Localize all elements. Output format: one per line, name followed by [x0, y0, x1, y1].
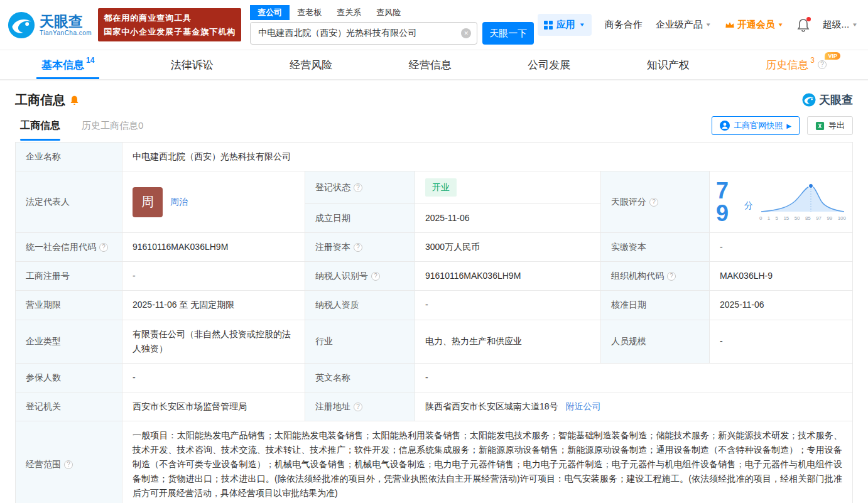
company-search-input[interactable]: [250, 22, 477, 45]
nav-business-cooperation[interactable]: 商务合作: [605, 19, 643, 31]
table-row: 营业期限 2025-11-06 至 无固定期限 纳税人资质 - 核准日期 202…: [16, 291, 853, 320]
company-type-label: 企业类型: [16, 320, 122, 363]
table-row: 经营范围 一般项目：太阳能热发电产品销售；太阳能热发电装备销售；太阳能热利用装备…: [16, 421, 853, 503]
paid-capital-label: 实缴资本: [601, 233, 710, 262]
industry-value: 电力、热力生产和供应业: [415, 320, 601, 363]
chevron-down-icon: ▼: [852, 22, 858, 28]
tab-basic-info-label: 基本信息: [41, 58, 84, 72]
approval-date-label: 核准日期: [601, 291, 710, 320]
excel-export-icon: [815, 121, 825, 131]
reg-authority-label: 登记机关: [16, 392, 122, 421]
nav-super-vip-label: 超级...: [823, 19, 850, 31]
top-header: 天眼查 TianYanCha.com 都在用的商业查询工具 国家中小企业发展子基…: [0, 0, 868, 50]
reg-number-value: -: [122, 262, 305, 291]
english-name-label: 英文名称: [305, 363, 415, 392]
notification-bell[interactable]: [797, 18, 810, 32]
tianyancha-logo-icon: [8, 11, 35, 39]
approval-date-value: 2025-11-06: [710, 291, 853, 320]
taxpayer-quality-label: 纳税人资质: [305, 291, 415, 320]
reg-authority-value: 西安市长安区市场监督管理局: [122, 392, 305, 421]
legal-rep-value: 周 周治: [122, 171, 305, 233]
org-code-value: MAK036LH-9: [710, 262, 853, 291]
search-tabs: 查公司 查老板 查关系 查风险: [250, 5, 534, 20]
taxpayer-quality-value: -: [415, 291, 601, 320]
notification-dot: [806, 17, 811, 21]
subtab-business-info[interactable]: 工商信息: [15, 119, 65, 141]
info-icon[interactable]: [354, 243, 362, 252]
header-right-nav: 应用 ▼ 商务合作 企业级产品 ▼ 开通会员 ▼ 超级... ▼: [538, 14, 858, 36]
company-name-value: 中电建西北院（西安）光热科技有限公司: [122, 143, 853, 171]
export-label: 导出: [828, 120, 845, 131]
nearby-company-link[interactable]: 附近公司: [565, 401, 600, 411]
tab-history-info-label: 历史信息: [766, 58, 808, 72]
table-row: 统一社会信用代码 91610116MAK036LH9M 注册资本 3000万人民…: [16, 233, 853, 262]
open-vip-label: 开通会员: [737, 19, 775, 31]
tab-intellectual-property[interactable]: 知识产权: [642, 50, 695, 79]
legal-rep-link[interactable]: 周治: [170, 195, 188, 209]
search-submit-button[interactable]: 天眼一下: [482, 22, 534, 45]
info-icon[interactable]: [354, 183, 362, 192]
legal-rep-avatar[interactable]: 周: [133, 187, 163, 217]
reg-capital-label: 注册资本: [305, 233, 415, 262]
staff-size-value: -: [710, 320, 853, 363]
search-tab-risk[interactable]: 查风险: [369, 5, 408, 20]
staff-size-label: 人员规模: [601, 320, 710, 363]
nav-enterprise-products-label: 企业级产品: [656, 19, 703, 31]
section-title: 工商信息: [15, 92, 65, 109]
main-content: 工商信息 天眼查 工商信息 历史工商信息0: [0, 80, 868, 503]
tab-company-development[interactable]: 公司发展: [523, 50, 575, 79]
info-icon[interactable]: [818, 60, 827, 69]
establish-date-value: 2025-11-06: [415, 204, 601, 233]
score-unit: 分: [744, 198, 753, 213]
taxpayer-id-label: 纳税人识别号: [305, 262, 415, 291]
info-icon[interactable]: [354, 403, 362, 411]
score-chart: 0151550859799100: [759, 183, 846, 222]
apps-menu[interactable]: 应用 ▼: [538, 14, 592, 36]
insured-count-value: -: [122, 363, 305, 392]
subtab-history-business-info[interactable]: 历史工商信息0: [82, 120, 143, 141]
business-term-value: 2025-11-06 至 无固定期限: [122, 291, 305, 320]
announcement-bell-icon[interactable]: [70, 95, 79, 105]
vip-badge: VIP: [825, 52, 840, 60]
export-button[interactable]: 导出: [807, 116, 853, 135]
tianyancha-logo[interactable]: 天眼查 TianYanCha.com: [8, 11, 92, 39]
reg-capital-value: 3000万人民币: [415, 233, 601, 262]
info-icon[interactable]: [667, 272, 676, 281]
open-vip-button[interactable]: 开通会员 ▼: [725, 19, 784, 31]
table-row: 登记机关 西安市长安区市场监督管理局 注册地址 陕西省西安市长安区城南大道18号…: [16, 392, 853, 421]
snapshot-person-icon: [720, 121, 730, 131]
apps-grid-icon: [544, 21, 553, 30]
table-row: 企业名称 中电建西北院（西安）光热科技有限公司: [16, 143, 853, 171]
business-scope-value: 一般项目：太阳能热发电产品销售；太阳能热发电装备销售；太阳能热利用装备销售；太阳…: [122, 421, 853, 503]
score-axis-labels: 0151550859799100: [759, 215, 846, 222]
search-tab-boss[interactable]: 查老板: [290, 5, 329, 20]
brand-watermark-icon: [802, 93, 816, 107]
info-icon[interactable]: [649, 198, 658, 207]
promo-banner-line1: 都在用的商业查询工具: [104, 11, 236, 24]
chevron-down-icon: ▼: [778, 22, 784, 28]
nav-enterprise-products[interactable]: 企业级产品 ▼: [656, 19, 712, 31]
business-scope-label: 经营范围: [16, 421, 122, 503]
business-term-label: 营业期限: [16, 291, 122, 320]
info-icon[interactable]: [371, 272, 380, 281]
industry-label: 行业: [305, 320, 415, 363]
company-type-value: 有限责任公司（非自然人投资或控股的法人独资）: [122, 320, 305, 363]
tab-operation-risk[interactable]: 经营风险: [285, 50, 337, 79]
tab-legal-litigation[interactable]: 法律诉讼: [166, 50, 219, 79]
info-icon[interactable]: [64, 460, 73, 469]
official-snapshot-button[interactable]: 工商官网快照 ▶: [712, 116, 800, 135]
info-icon[interactable]: [99, 243, 108, 252]
legal-rep-label: 法定代表人: [16, 171, 122, 233]
promo-banner-line2: 国家中小企业发展子基金旗下机构: [104, 25, 236, 38]
tab-basic-info[interactable]: 基本信息 14: [36, 50, 99, 79]
nav-super-vip[interactable]: 超级... ▼: [823, 19, 858, 31]
tab-history-info[interactable]: VIP 历史信息 3: [761, 50, 832, 79]
reg-number-label: 工商注册号: [16, 262, 122, 291]
search-tab-company[interactable]: 查公司: [250, 5, 290, 20]
logo-title: 天眼查: [40, 13, 92, 30]
tab-operation-info[interactable]: 经营信息: [404, 50, 457, 79]
reg-status-value: 开业: [415, 171, 601, 204]
business-info-table: 企业名称 中电建西北院（西安）光热科技有限公司 法定代表人 周 周治 登记状态 …: [15, 142, 853, 503]
score-label: 天眼评分: [601, 171, 710, 233]
search-tab-relation[interactable]: 查关系: [329, 5, 369, 20]
